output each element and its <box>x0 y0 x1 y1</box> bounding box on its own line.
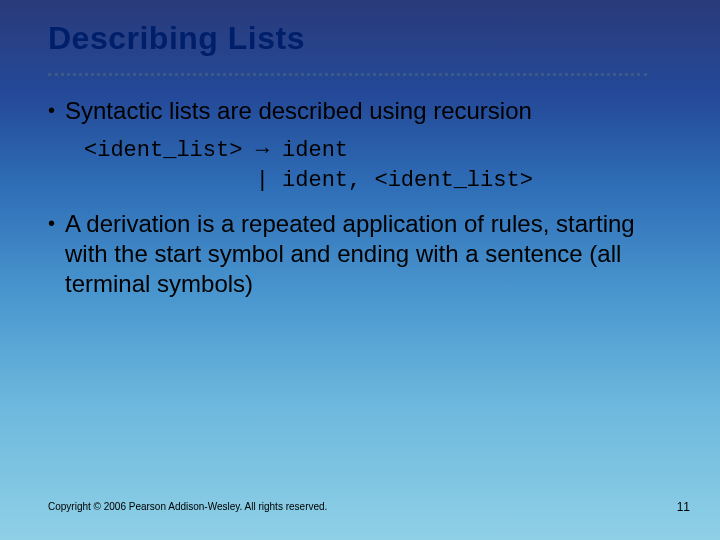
copyright-footer: Copyright © 2006 Pearson Addison-Wesley.… <box>48 501 327 512</box>
bullet-item: Syntactic lists are described using recu… <box>48 96 672 126</box>
page-title: Describing Lists <box>48 20 672 57</box>
bullet-text: Syntactic lists are described using recu… <box>65 96 532 126</box>
bullet-list: Syntactic lists are described using recu… <box>48 96 672 126</box>
bullet-list: A derivation is a repeated application o… <box>48 209 672 299</box>
bullet-item: A derivation is a repeated application o… <box>48 209 672 299</box>
code-line: <ident_list> → ident <box>84 138 348 163</box>
code-block: <ident_list> → ident | ident, <ident_lis… <box>84 136 672 195</box>
divider <box>48 73 647 76</box>
page-number: 11 <box>677 500 690 514</box>
bullet-text: A derivation is a repeated application o… <box>65 209 672 299</box>
code-line: | ident, <ident_list> <box>84 168 533 193</box>
slide: Describing Lists Syntactic lists are des… <box>0 0 720 540</box>
